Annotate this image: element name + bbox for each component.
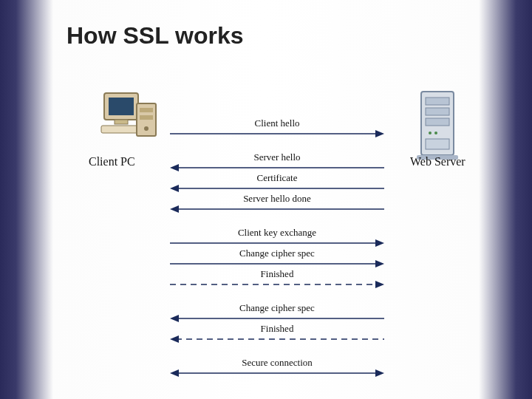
arrow-right-icon — [170, 259, 384, 268]
msg-label: Client hello — [170, 118, 384, 129]
msg-label: Change cipher spec — [170, 248, 384, 259]
msg-label: Server hello — [170, 152, 384, 163]
msg-row: Client key exchange — [170, 228, 384, 248]
svg-rect-2 — [115, 120, 128, 124]
svg-rect-1 — [109, 98, 134, 115]
arrow-right-icon — [170, 129, 384, 138]
svg-marker-29 — [375, 281, 384, 288]
msg-row: Change cipher spec — [170, 248, 384, 269]
svg-point-12 — [429, 132, 432, 134]
msg-label: Change cipher spec — [170, 303, 384, 314]
svg-marker-33 — [170, 335, 179, 343]
client-pc-icon — [100, 89, 159, 151]
msg-row: Client hello — [170, 118, 384, 139]
arrow-left-dashed-icon — [170, 335, 384, 344]
arrow-both-icon — [170, 369, 384, 378]
msg-row: Certificate — [170, 173, 384, 194]
svg-rect-11 — [426, 118, 449, 126]
svg-marker-23 — [170, 205, 179, 213]
svg-marker-36 — [375, 369, 384, 377]
arrow-right-icon — [170, 239, 384, 248]
server-label: Web Server — [410, 155, 466, 168]
svg-rect-6 — [140, 115, 153, 120]
web-server-icon — [414, 89, 467, 166]
svg-marker-35 — [170, 369, 179, 377]
msg-label: Server hello done — [170, 194, 384, 205]
svg-marker-31 — [170, 315, 179, 322]
msg-label: Certificate — [170, 173, 384, 184]
svg-rect-14 — [426, 139, 449, 149]
svg-marker-17 — [375, 130, 384, 137]
svg-rect-3 — [101, 126, 141, 133]
arrow-left-icon — [170, 163, 384, 172]
svg-point-7 — [144, 126, 149, 131]
arrow-right-dashed-icon — [170, 280, 384, 289]
msg-label: Client key exchange — [170, 228, 384, 239]
arrow-left-icon — [170, 184, 384, 193]
slide: How SSL works Client PC Web Server — [0, 0, 532, 399]
msg-row: Server hello — [170, 152, 384, 173]
svg-marker-27 — [375, 260, 384, 267]
msg-row: Server hello done — [170, 194, 384, 214]
msg-label: Secure connection — [170, 358, 384, 369]
msg-row: Finished — [170, 324, 384, 344]
msg-row: Change cipher spec — [170, 303, 384, 324]
arrow-left-icon — [170, 205, 384, 214]
client-label: Client PC — [89, 155, 135, 168]
msg-label: Finished — [170, 324, 384, 335]
slide-title: How SSL works — [66, 22, 243, 50]
svg-rect-10 — [426, 108, 449, 115]
svg-rect-9 — [426, 98, 449, 105]
svg-rect-5 — [140, 108, 153, 112]
svg-marker-21 — [170, 185, 179, 192]
msg-row: Secure connection — [170, 358, 384, 378]
arrow-left-icon — [170, 314, 384, 323]
handshake-diagram: Client hello Server hello Certificate Se… — [170, 118, 384, 378]
msg-row: Finished — [170, 269, 384, 290]
svg-marker-19 — [170, 164, 179, 171]
msg-label: Finished — [170, 269, 384, 280]
svg-point-13 — [434, 132, 437, 134]
svg-marker-25 — [375, 239, 384, 247]
